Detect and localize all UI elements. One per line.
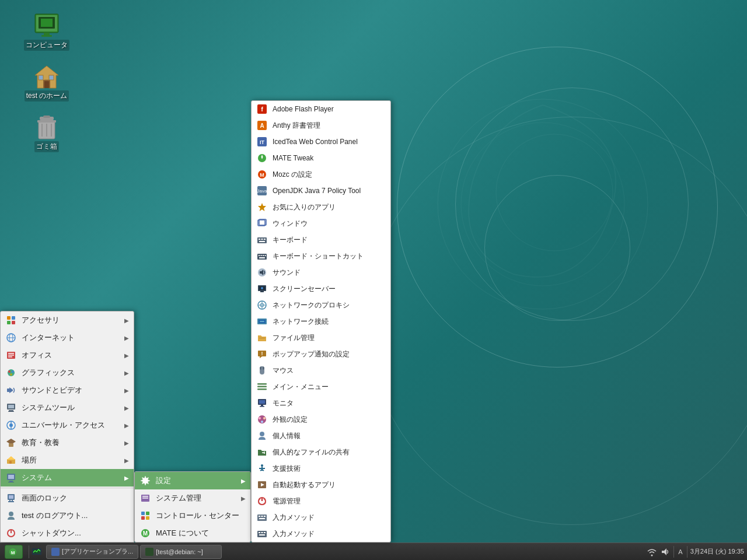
- svg-rect-50: [9, 461, 12, 464]
- menu-item-internet[interactable]: インターネット ▶: [1, 329, 134, 346]
- svg-point-124: [263, 417, 266, 419]
- svg-rect-140: [261, 516, 263, 517]
- browser-app-icon: [51, 548, 60, 556]
- accessibility-icon: [256, 463, 268, 474]
- panel-item-screensaver[interactable]: スクリーンセーバー: [252, 281, 390, 297]
- tray-ime-icon[interactable]: A: [677, 547, 683, 557]
- menu-item-office[interactable]: オフィス ▶: [1, 346, 134, 364]
- panel-item-filemanager[interactable]: ファイル管理: [252, 330, 390, 346]
- desktop-icon-computer[interactable]: コンピュータ: [23, 12, 70, 51]
- svg-marker-110: [260, 356, 262, 358]
- taskbar-app-browser[interactable]: [アプリケーションプラ...: [46, 545, 138, 559]
- filemanager-icon: [256, 332, 268, 344]
- svg-rect-89: [259, 241, 265, 242]
- panel-item-input2[interactable]: 入力メソッド: [252, 526, 390, 542]
- panel-item-flash[interactable]: f Adobe Flash Player: [252, 101, 390, 117]
- popup-icon: !: [256, 348, 268, 360]
- flash-icon: f: [256, 103, 268, 115]
- svg-rect-88: [264, 239, 266, 240]
- panel-item-power[interactable]: 電源管理: [252, 493, 390, 509]
- panel-item-monitor[interactable]: モニタ: [252, 395, 390, 411]
- shutdown-icon: [5, 527, 17, 539]
- panel-item-windows[interactable]: ウィンドウ: [252, 215, 390, 232]
- menu-item-system[interactable]: システム ▶: [1, 469, 134, 487]
- panel-item-personal[interactable]: 個人情報: [252, 428, 390, 444]
- menu-item-places[interactable]: 場所 ▶: [1, 452, 134, 469]
- mouse-icon: [256, 365, 268, 376]
- trash-icon-img: [33, 113, 61, 141]
- office-label: オフィス: [22, 350, 52, 360]
- panel-item-sound[interactable]: サウンド: [252, 264, 390, 281]
- menu-item-education[interactable]: 教育・教養 ▶: [1, 434, 134, 452]
- computer-icon-img: [33, 12, 61, 40]
- svg-rect-7: [44, 33, 50, 35]
- menu-separator-1: [1, 488, 134, 488]
- taskbar-app-terminal[interactable]: [test@debian: ~]: [140, 545, 222, 559]
- menu-item-shutdown[interactable]: シャットダウン...: [1, 524, 134, 542]
- svg-rect-138: [257, 514, 267, 521]
- menu-item-systemtools[interactable]: システムツール ▶: [1, 399, 134, 416]
- panel-item-sharing[interactable]: 個人的なファイルの共有: [252, 444, 390, 460]
- menu-item-screenlock[interactable]: 画面のロック: [1, 489, 134, 507]
- menu-item-sound[interactable]: サウンドとビデオ ▶: [1, 382, 134, 399]
- universal-arrow: ▶: [124, 422, 129, 429]
- fav-icon: [256, 201, 268, 213]
- autostart-label: 自動起動するアプリ: [273, 480, 336, 490]
- panel-item-accessibility[interactable]: 支援技術: [252, 460, 390, 477]
- settings-menu-item-about[interactable]: M MATE について: [135, 524, 250, 542]
- svg-rect-95: [259, 257, 265, 258]
- panel-item-openjdk[interactable]: Java OpenJDK Java 7 Policy Tool: [252, 183, 390, 199]
- panel-item-appearance[interactable]: 外観の設定: [252, 411, 390, 428]
- panel-item-popup[interactable]: ! ポップアップ通知の設定: [252, 346, 390, 362]
- tray-network-icon[interactable]: [647, 547, 657, 557]
- graphics-icon: [5, 367, 17, 379]
- panel-item-keyboard-shortcut[interactable]: キーボード・ショートカット: [252, 248, 390, 264]
- settings-menu-item-settings[interactable]: 設定 ▶: [135, 472, 250, 489]
- browser-app-label: [アプリケーションプラ...: [62, 547, 133, 556]
- home-icon-img: [33, 62, 61, 90]
- panel-item-mozc[interactable]: M Mozc の設定: [252, 166, 390, 183]
- tray-volume-icon[interactable]: [660, 547, 671, 557]
- panel-item-fav[interactable]: お気に入りのアプリ: [252, 199, 390, 215]
- panel-item-mate-tweak[interactable]: MATE Tweak: [252, 150, 390, 166]
- svg-rect-119: [259, 400, 265, 404]
- svg-rect-116: [257, 386, 267, 388]
- svg-rect-94: [265, 255, 266, 256]
- openjdk-label: OpenJDK Java 7 Policy Tool: [273, 187, 361, 195]
- personal-label: 個人情報: [273, 431, 301, 441]
- desktop-icon-trash[interactable]: ゴミ箱: [23, 113, 70, 152]
- svg-rect-90: [257, 254, 267, 260]
- network-proxy-label: ネットワークのプロキシ: [273, 300, 350, 310]
- panel-item-autostart[interactable]: 自動起動するアプリ: [252, 477, 390, 493]
- menu-item-graphics[interactable]: グラフィックス ▶: [1, 364, 134, 382]
- start-menu: アクセサリ ▶ インターネット ▶ オフィス ▶ グラフィックス ▶: [0, 311, 134, 542]
- svg-rect-53: [9, 481, 13, 482]
- mate-menu-button[interactable]: M: [5, 545, 23, 559]
- panel-item-mouse[interactable]: マウス: [252, 362, 390, 379]
- settings-control-icon: [139, 510, 151, 522]
- svg-rect-11: [44, 81, 49, 88]
- panel-item-input1[interactable]: 入力メソッド: [252, 509, 390, 526]
- education-label: 教育・教養: [22, 438, 60, 448]
- monitor-icon: [256, 397, 268, 409]
- panel-item-anthy[interactable]: A Anthy 辞書管理: [252, 117, 390, 134]
- terminal-app-icon: [145, 548, 153, 556]
- desktop-icon-home[interactable]: test のホーム: [23, 62, 70, 102]
- panel-item-network-proxy[interactable]: ネットワークのプロキシ: [252, 297, 390, 313]
- panel-item-network-conn[interactable]: ネットワーク接続: [252, 313, 390, 330]
- menu-item-logout[interactable]: test のログアウト...: [1, 507, 134, 524]
- sound-settings-label: サウンド: [273, 268, 301, 278]
- menu-item-accessories[interactable]: アクセサリ ▶: [1, 312, 134, 329]
- menu-item-universal[interactable]: ユニバーサル・アクセス ▶: [1, 416, 134, 434]
- taskbar-sysmon-icon[interactable]: [30, 547, 43, 557]
- places-icon: [5, 454, 17, 466]
- svg-rect-143: [257, 531, 267, 537]
- universal-icon: [5, 419, 17, 431]
- svg-rect-56: [9, 495, 13, 499]
- mainmenu-icon: [256, 381, 268, 393]
- settings-menu-item-admin[interactable]: システム管理 ▶: [135, 489, 250, 507]
- panel-item-mainmenu[interactable]: メイン・メニュー: [252, 379, 390, 395]
- settings-menu-item-control[interactable]: コントロール・センター: [135, 507, 250, 524]
- panel-item-keyboard[interactable]: キーボード: [252, 232, 390, 248]
- panel-item-icedtea[interactable]: IT IcedTea Web Control Panel: [252, 134, 390, 150]
